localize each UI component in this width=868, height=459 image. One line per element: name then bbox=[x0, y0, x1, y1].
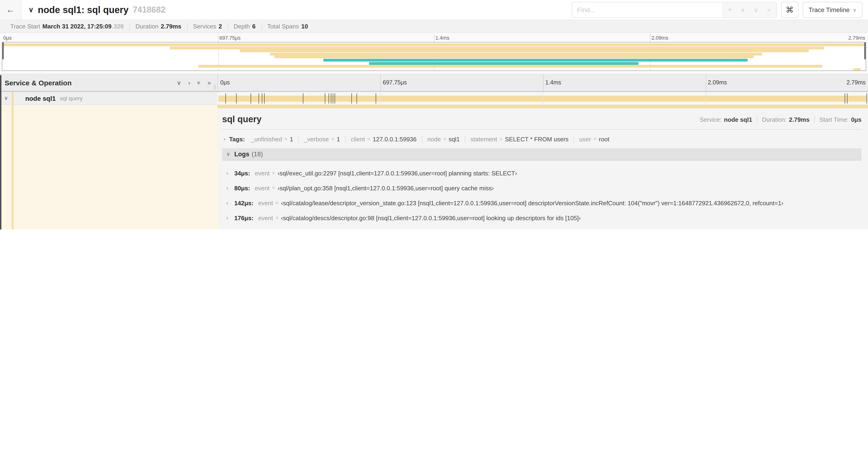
tags-row[interactable]: › Tags: _unfinished=1_verbose=1client=12… bbox=[222, 134, 862, 144]
time-tick-label: 2.79ms bbox=[846, 79, 868, 86]
tag-value: 1 bbox=[337, 135, 340, 142]
log-timestamp: 189μs: bbox=[234, 229, 253, 230]
summary-item-label: Trace Start bbox=[10, 23, 40, 30]
expand-one-icon[interactable]: › bbox=[188, 79, 190, 86]
minimap-left-drag-handle[interactable] bbox=[2, 42, 4, 59]
tag-key: _verbose bbox=[304, 135, 329, 142]
span-row[interactable]: ∨ node sql1 sql query bbox=[0, 92, 868, 105]
summary-item-value: 10 bbox=[301, 23, 308, 30]
page-title: node sql1: sql query bbox=[38, 4, 129, 15]
chevron-right-icon[interactable]: › bbox=[226, 215, 234, 221]
time-tick-label: 697.75μs bbox=[380, 79, 407, 86]
chevron-right-icon[interactable]: › bbox=[226, 185, 234, 191]
tag-item: _unfinished=1 bbox=[246, 135, 298, 142]
summary-item: Duration2.79ms bbox=[129, 23, 187, 30]
chevron-down-icon: ∨ bbox=[853, 7, 856, 12]
minimap-canvas[interactable] bbox=[2, 42, 866, 71]
detail-title-row: sql query Service:node sql1Duration:2.79… bbox=[222, 108, 862, 130]
tag-value: SELECT * FROM users bbox=[505, 135, 569, 142]
find-buttons: ⌖ ∧ ∨ × bbox=[722, 2, 776, 17]
log-entry-row[interactable]: ›142μs:event=‹sql/catalog/lease/descript… bbox=[226, 199, 862, 207]
top-bar: ← ∨ node sql1: sql query 7418682 ⌖ ∧ ∨ ×… bbox=[0, 0, 868, 20]
equals-sign: = bbox=[272, 170, 275, 176]
keyboard-shortcuts-button[interactable]: ⌘ bbox=[781, 2, 798, 18]
span-detail-panel: sql query Service:node sql1Duration:2.79… bbox=[217, 108, 868, 230]
log-entry-row[interactable]: ›189μs:event=‹sql/catalog/lease/descript… bbox=[226, 229, 862, 230]
log-field-key: event bbox=[255, 185, 270, 192]
log-timestamp: 34μs: bbox=[234, 170, 250, 176]
column-resize-grip[interactable]: ∥ bbox=[214, 84, 216, 90]
log-entry-row[interactable]: ›34μs:event=‹sql/exec_util.go:2297 [nsql… bbox=[226, 169, 862, 177]
log-marker bbox=[325, 93, 325, 104]
log-field-key: event bbox=[258, 199, 273, 206]
tag-key: user bbox=[579, 135, 591, 142]
find-input[interactable] bbox=[572, 2, 722, 17]
minimap-span-bar bbox=[240, 50, 809, 52]
detail-meta-item: Service:node sql1 bbox=[700, 116, 752, 123]
log-entry-row[interactable]: ›80μs:event=‹sql/plan_opt.go:358 [nsql1,… bbox=[226, 184, 862, 192]
chevron-right-icon[interactable]: › bbox=[226, 200, 234, 206]
service-color-stripe bbox=[12, 92, 13, 104]
detail-left-gutter bbox=[0, 105, 217, 230]
trace-view-selector[interactable]: Trace Timeline ∨ bbox=[802, 2, 862, 18]
span-bar-cell[interactable] bbox=[217, 92, 868, 104]
log-timestamp: 142μs: bbox=[234, 199, 253, 206]
jaeger-trace-page: ← ∨ node sql1: sql query 7418682 ⌖ ∧ ∨ ×… bbox=[0, 0, 868, 230]
detail-right-region: sql query Service:node sql1Duration:2.79… bbox=[217, 105, 868, 230]
clear-search-icon[interactable]: × bbox=[767, 6, 771, 13]
service-operation-title: Service & Operation bbox=[5, 78, 177, 87]
summary-item: Services2 bbox=[187, 23, 227, 30]
left-scrollbar[interactable] bbox=[0, 75, 1, 230]
find-group: ⌖ ∧ ∨ × bbox=[571, 2, 777, 18]
expand-all-icon[interactable]: » bbox=[208, 79, 211, 86]
time-tick-label: 1.4ms bbox=[434, 35, 450, 41]
collapse-trace-header-icon[interactable]: ∨ bbox=[28, 6, 34, 14]
summary-item-label: Total Spans bbox=[267, 23, 299, 30]
timeline-grid-line bbox=[380, 92, 380, 104]
meta-separator bbox=[757, 116, 757, 123]
minimap-span-bar bbox=[369, 62, 639, 65]
service-operation-header: Service & Operation ∨ › » » ∥ bbox=[0, 74, 217, 91]
equals-sign: = bbox=[367, 136, 370, 142]
log-field-value: ‹sql/catalog/descs/descriptor.go:98 [nsq… bbox=[281, 214, 581, 221]
summary-item-value: 6 bbox=[252, 23, 255, 30]
minimap-span-bar bbox=[2, 43, 866, 46]
equals-sign: = bbox=[275, 200, 279, 206]
equals-sign: = bbox=[272, 185, 275, 191]
log-field-key: event bbox=[255, 170, 270, 176]
tag-value: 1 bbox=[290, 135, 293, 142]
timeline-grid-line bbox=[705, 92, 706, 104]
back-button[interactable]: ← bbox=[0, 0, 22, 20]
tag-item: user=root bbox=[574, 135, 615, 142]
time-tick-label: 1.4ms bbox=[543, 79, 561, 86]
next-result-icon[interactable]: ∨ bbox=[754, 6, 758, 13]
minimap-span-bar bbox=[198, 65, 823, 68]
service-color-stripe bbox=[12, 105, 13, 230]
equals-sign: = bbox=[500, 136, 503, 142]
span-name-cell[interactable]: ∨ node sql1 sql query bbox=[0, 92, 217, 104]
tags-list: _unfinished=1_verbose=1client=127.0.0.1:… bbox=[246, 135, 614, 142]
log-marker bbox=[251, 93, 251, 104]
timeline-ticks-header[interactable]: 0μs697.75μs1.4ms2.09ms2.79ms bbox=[217, 74, 868, 91]
detail-meta-label: Duration: bbox=[762, 116, 787, 123]
minimap-span-bar bbox=[170, 46, 825, 49]
chevron-right-icon[interactable]: › bbox=[226, 170, 234, 176]
summary-item-label: Duration bbox=[135, 23, 158, 30]
time-tick-label: 2.09ms bbox=[706, 79, 727, 86]
log-marker bbox=[375, 93, 376, 104]
detail-meta-item: Start Time:0μs bbox=[819, 116, 862, 123]
prev-result-icon[interactable]: ∧ bbox=[741, 6, 745, 13]
time-tick-label: 2.79ms bbox=[847, 35, 866, 41]
locate-icon[interactable]: ⌖ bbox=[728, 6, 732, 13]
operation-name: sql query bbox=[60, 95, 83, 101]
trace-header: ∨ node sql1: sql query 7418682 bbox=[28, 4, 571, 15]
tag-item: client=127.0.0.1:59936 bbox=[345, 135, 422, 142]
span-collapse-icon[interactable]: ∨ bbox=[4, 95, 8, 101]
log-marker bbox=[867, 93, 867, 104]
collapse-all-icon[interactable]: » bbox=[195, 81, 202, 84]
log-entry-row[interactable]: ›176μs:event=‹sql/catalog/descs/descript… bbox=[226, 214, 862, 222]
minimap-right-drag-handle[interactable] bbox=[864, 42, 866, 59]
log-timestamp: 176μs: bbox=[234, 214, 253, 221]
logs-header[interactable]: ∨ Logs (18) bbox=[222, 148, 862, 160]
collapse-one-icon[interactable]: ∨ bbox=[177, 79, 181, 86]
